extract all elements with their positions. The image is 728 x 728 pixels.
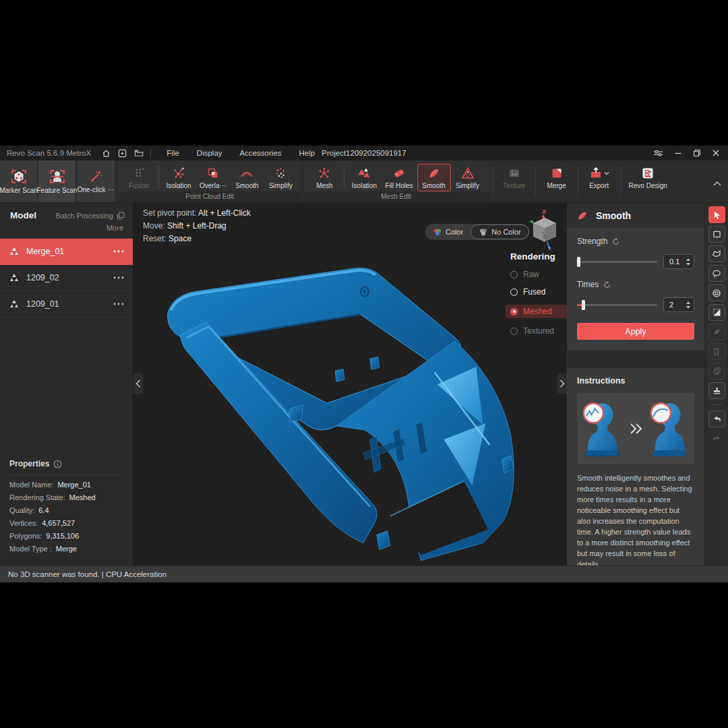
undo-tool[interactable] — [708, 411, 725, 427]
mesh-edit-group-label: Mesh Edit — [303, 191, 488, 202]
item-menu-icon[interactable] — [113, 276, 124, 279]
polygon-select-tool[interactable] — [708, 245, 725, 262]
times-slider[interactable] — [577, 304, 657, 306]
pc-smooth-button[interactable]: Smooth — [230, 164, 264, 191]
model-mesh-icon — [9, 247, 20, 256]
transform-arrow-icon — [628, 423, 643, 435]
color-option[interactable]: Color — [425, 224, 471, 240]
navigation-cube[interactable]: X Left — [526, 207, 563, 254]
times-stepper[interactable] — [686, 301, 690, 309]
apply-button[interactable]: Apply — [577, 323, 694, 340]
panel-title: Smooth — [596, 210, 631, 221]
pc-simplify-button[interactable]: Simplify — [264, 164, 297, 191]
no-color-dots-icon — [479, 228, 488, 237]
status-text: No 3D scanner was found. | CPU Accelerat… — [8, 570, 166, 578]
rendering-option-meshed[interactable]: Meshed — [506, 305, 567, 318]
fill-holes-patch-icon — [392, 166, 406, 181]
item-menu-icon[interactable] — [113, 250, 124, 253]
strength-value-box[interactable]: 0.1 — [663, 254, 694, 269]
menu-display[interactable]: Display — [188, 149, 231, 157]
radio-icon — [510, 328, 518, 335]
pc-fusion-button: Fusion — [122, 164, 156, 191]
model-mesh-icon — [9, 273, 20, 282]
toolbar-collapse-chevron[interactable] — [713, 177, 721, 189]
svg-text:X: X — [542, 208, 546, 215]
fill-holes-button[interactable]: Fill Holes — [381, 164, 417, 191]
restore-button[interactable] — [693, 149, 701, 157]
title-bar: Revo Scan 5.6.9 MetroX File Display Acce… — [0, 146, 728, 160]
pc-isolation-button[interactable]: Isolation — [162, 164, 195, 191]
toolbar-section-divider — [493, 166, 493, 197]
mesh-isolation-button[interactable]: Isolation — [347, 164, 381, 191]
toolbar-divider — [158, 165, 159, 189]
feather-icon — [712, 328, 721, 336]
rendering-option-raw: Raw — [510, 270, 567, 279]
rectangle-select-tool[interactable] — [708, 226, 725, 243]
stamp-fill-tool[interactable] — [708, 382, 725, 399]
smooth-sail-icon — [427, 166, 442, 181]
polygon-lasso-icon — [712, 249, 721, 258]
times-value-box[interactable]: 2 — [663, 297, 694, 312]
model-list-item[interactable]: 1209_02 — [0, 265, 133, 291]
invert-selection-tool[interactable] — [708, 304, 725, 321]
reset-icon[interactable] — [612, 238, 619, 245]
model-sidebar: Model Batch Processing More Merge_01 — [0, 203, 133, 566]
times-slider-handle[interactable] — [582, 300, 585, 310]
export-button[interactable]: Export — [582, 164, 616, 191]
strength-label: Strength — [577, 237, 607, 246]
strength-slider-handle[interactable] — [577, 257, 580, 267]
rendering-option-fused[interactable]: Fused — [510, 287, 567, 297]
strength-slider[interactable] — [577, 261, 657, 263]
screen: Revo Scan 5.6.9 MetroX File Display Acce… — [0, 0, 728, 728]
select-arrow-tool[interactable] — [708, 206, 725, 223]
revo-design-button[interactable]: R Revo Design — [625, 164, 671, 191]
marker-scan-icon — [11, 169, 27, 185]
new-project-icon[interactable] — [118, 149, 127, 158]
simplify-triangle-icon — [460, 166, 475, 181]
item-menu-icon[interactable] — [113, 303, 124, 305]
mesh-network-icon — [317, 166, 332, 181]
model-list-item[interactable]: Merge_01 — [0, 239, 133, 265]
collapse-right-panel-tab[interactable] — [557, 373, 567, 394]
feature-scan-button[interactable]: Feature Scan — [38, 160, 75, 202]
pc-overlap-button[interactable]: Overla··· — [195, 164, 230, 191]
open-folder-icon[interactable] — [134, 149, 144, 158]
batch-processing-button[interactable]: Batch Processing — [55, 212, 125, 220]
mesh-smooth-button[interactable]: Smooth — [417, 164, 451, 191]
info-icon[interactable] — [53, 460, 62, 468]
reset-icon[interactable] — [603, 281, 611, 289]
smooth-tool-panel: Smooth Strength 0.1 Ti — [567, 203, 704, 566]
preferences-icon[interactable] — [653, 149, 663, 157]
invert-selection-icon — [712, 308, 721, 317]
property-row: Model Type :Merge — [9, 545, 123, 553]
collapse-left-panel-tab[interactable] — [133, 373, 143, 394]
scanned-model-canvas[interactable] — [133, 203, 567, 566]
radio-icon — [510, 271, 518, 278]
marker-scan-button[interactable]: Marker Scan — [0, 160, 37, 202]
one-click-button[interactable]: One-click ··· — [77, 160, 115, 202]
home-icon[interactable] — [102, 149, 111, 158]
close-button[interactable] — [712, 149, 720, 157]
menu-file[interactable]: File — [158, 149, 188, 157]
menu-accessories[interactable]: Accessories — [231, 149, 291, 157]
color-dots-icon — [433, 228, 442, 237]
model-list-item[interactable]: 1209_01 — [0, 291, 133, 317]
cursor-arrow-icon — [712, 210, 721, 219]
no-color-option[interactable]: No Color — [471, 224, 528, 239]
sphere-brush-tool[interactable] — [708, 284, 725, 301]
more-button[interactable]: More — [0, 222, 133, 238]
mesh-button[interactable]: Mesh — [307, 164, 341, 191]
lasso-select-tool[interactable] — [708, 265, 725, 282]
rendering-title: Rendering — [510, 251, 567, 262]
feature-scan-label: Feature Scan — [36, 187, 77, 194]
strength-stepper[interactable] — [686, 258, 690, 266]
3d-viewport[interactable]: Set pivot point: Alt + Left-Click Move: … — [133, 203, 567, 566]
menu-help[interactable]: Help — [291, 149, 324, 157]
toolbar-section-divider — [620, 166, 621, 197]
merge-button[interactable]: Merge — [540, 164, 574, 191]
property-row: Polygons:9,315,106 — [9, 532, 123, 540]
minimize-button[interactable] — [674, 149, 682, 157]
mesh-simplify-button[interactable]: Simplify — [451, 164, 485, 191]
toolbar-divider — [344, 165, 344, 189]
property-row: Vertices:4,657,527 — [9, 519, 123, 527]
